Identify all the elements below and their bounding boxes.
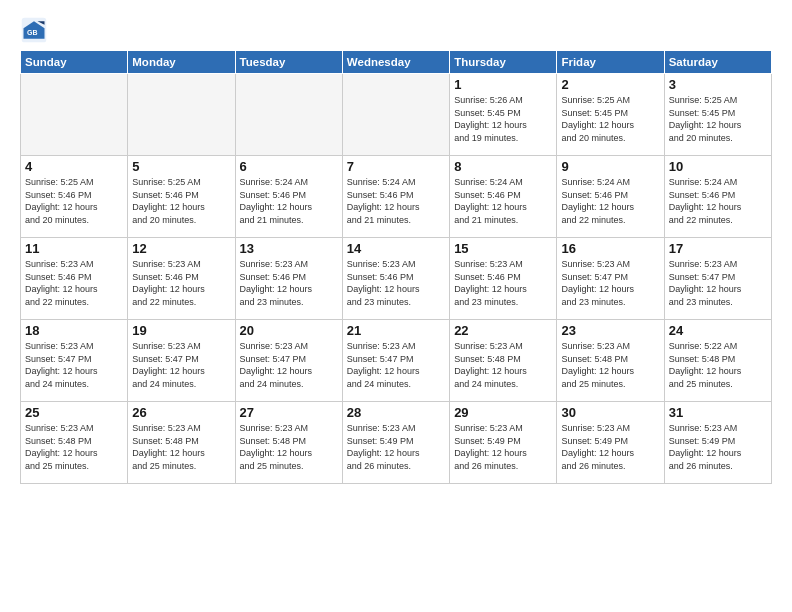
day-info: Sunrise: 5:25 AM Sunset: 5:45 PM Dayligh… <box>561 94 659 144</box>
calendar-week-5: 25Sunrise: 5:23 AM Sunset: 5:48 PM Dayli… <box>21 402 772 484</box>
day-info: Sunrise: 5:23 AM Sunset: 5:47 PM Dayligh… <box>561 258 659 308</box>
day-number: 16 <box>561 241 659 256</box>
calendar-cell: 27Sunrise: 5:23 AM Sunset: 5:48 PM Dayli… <box>235 402 342 484</box>
calendar-cell: 19Sunrise: 5:23 AM Sunset: 5:47 PM Dayli… <box>128 320 235 402</box>
weekday-header-friday: Friday <box>557 51 664 74</box>
day-info: Sunrise: 5:25 AM Sunset: 5:45 PM Dayligh… <box>669 94 767 144</box>
day-number: 8 <box>454 159 552 174</box>
day-info: Sunrise: 5:25 AM Sunset: 5:46 PM Dayligh… <box>132 176 230 226</box>
logo-icon: GB <box>20 16 48 44</box>
calendar-week-1: 1Sunrise: 5:26 AM Sunset: 5:45 PM Daylig… <box>21 74 772 156</box>
day-number: 11 <box>25 241 123 256</box>
day-number: 4 <box>25 159 123 174</box>
weekday-header-saturday: Saturday <box>664 51 771 74</box>
calendar-cell: 13Sunrise: 5:23 AM Sunset: 5:46 PM Dayli… <box>235 238 342 320</box>
day-number: 14 <box>347 241 445 256</box>
calendar-cell: 24Sunrise: 5:22 AM Sunset: 5:48 PM Dayli… <box>664 320 771 402</box>
calendar-cell <box>128 74 235 156</box>
day-info: Sunrise: 5:25 AM Sunset: 5:46 PM Dayligh… <box>25 176 123 226</box>
day-number: 25 <box>25 405 123 420</box>
day-number: 22 <box>454 323 552 338</box>
day-number: 20 <box>240 323 338 338</box>
calendar-cell: 3Sunrise: 5:25 AM Sunset: 5:45 PM Daylig… <box>664 74 771 156</box>
day-number: 2 <box>561 77 659 92</box>
calendar-week-2: 4Sunrise: 5:25 AM Sunset: 5:46 PM Daylig… <box>21 156 772 238</box>
day-info: Sunrise: 5:23 AM Sunset: 5:46 PM Dayligh… <box>132 258 230 308</box>
day-info: Sunrise: 5:23 AM Sunset: 5:47 PM Dayligh… <box>25 340 123 390</box>
calendar-week-4: 18Sunrise: 5:23 AM Sunset: 5:47 PM Dayli… <box>21 320 772 402</box>
day-number: 12 <box>132 241 230 256</box>
day-info: Sunrise: 5:24 AM Sunset: 5:46 PM Dayligh… <box>347 176 445 226</box>
day-info: Sunrise: 5:23 AM Sunset: 5:47 PM Dayligh… <box>240 340 338 390</box>
calendar-week-3: 11Sunrise: 5:23 AM Sunset: 5:46 PM Dayli… <box>21 238 772 320</box>
calendar-cell: 11Sunrise: 5:23 AM Sunset: 5:46 PM Dayli… <box>21 238 128 320</box>
day-number: 5 <box>132 159 230 174</box>
logo: GB <box>20 16 52 44</box>
day-number: 21 <box>347 323 445 338</box>
calendar-cell: 21Sunrise: 5:23 AM Sunset: 5:47 PM Dayli… <box>342 320 449 402</box>
calendar-cell: 4Sunrise: 5:25 AM Sunset: 5:46 PM Daylig… <box>21 156 128 238</box>
day-info: Sunrise: 5:26 AM Sunset: 5:45 PM Dayligh… <box>454 94 552 144</box>
day-info: Sunrise: 5:23 AM Sunset: 5:47 PM Dayligh… <box>347 340 445 390</box>
day-number: 30 <box>561 405 659 420</box>
calendar-cell: 22Sunrise: 5:23 AM Sunset: 5:48 PM Dayli… <box>450 320 557 402</box>
calendar-cell: 31Sunrise: 5:23 AM Sunset: 5:49 PM Dayli… <box>664 402 771 484</box>
calendar-cell: 26Sunrise: 5:23 AM Sunset: 5:48 PM Dayli… <box>128 402 235 484</box>
day-number: 31 <box>669 405 767 420</box>
header-row: SundayMondayTuesdayWednesdayThursdayFrid… <box>21 51 772 74</box>
day-info: Sunrise: 5:23 AM Sunset: 5:49 PM Dayligh… <box>454 422 552 472</box>
day-info: Sunrise: 5:23 AM Sunset: 5:46 PM Dayligh… <box>25 258 123 308</box>
day-info: Sunrise: 5:24 AM Sunset: 5:46 PM Dayligh… <box>240 176 338 226</box>
day-info: Sunrise: 5:23 AM Sunset: 5:49 PM Dayligh… <box>347 422 445 472</box>
day-number: 29 <box>454 405 552 420</box>
calendar-cell: 8Sunrise: 5:24 AM Sunset: 5:46 PM Daylig… <box>450 156 557 238</box>
calendar-cell: 15Sunrise: 5:23 AM Sunset: 5:46 PM Dayli… <box>450 238 557 320</box>
day-info: Sunrise: 5:24 AM Sunset: 5:46 PM Dayligh… <box>669 176 767 226</box>
weekday-header-sunday: Sunday <box>21 51 128 74</box>
calendar: SundayMondayTuesdayWednesdayThursdayFrid… <box>20 50 772 484</box>
day-number: 9 <box>561 159 659 174</box>
calendar-header: SundayMondayTuesdayWednesdayThursdayFrid… <box>21 51 772 74</box>
calendar-cell: 2Sunrise: 5:25 AM Sunset: 5:45 PM Daylig… <box>557 74 664 156</box>
day-info: Sunrise: 5:23 AM Sunset: 5:48 PM Dayligh… <box>561 340 659 390</box>
calendar-cell: 23Sunrise: 5:23 AM Sunset: 5:48 PM Dayli… <box>557 320 664 402</box>
day-number: 10 <box>669 159 767 174</box>
calendar-cell: 17Sunrise: 5:23 AM Sunset: 5:47 PM Dayli… <box>664 238 771 320</box>
calendar-cell: 25Sunrise: 5:23 AM Sunset: 5:48 PM Dayli… <box>21 402 128 484</box>
weekday-header-thursday: Thursday <box>450 51 557 74</box>
calendar-cell <box>342 74 449 156</box>
calendar-cell: 9Sunrise: 5:24 AM Sunset: 5:46 PM Daylig… <box>557 156 664 238</box>
calendar-cell: 1Sunrise: 5:26 AM Sunset: 5:45 PM Daylig… <box>450 74 557 156</box>
calendar-cell <box>235 74 342 156</box>
calendar-cell: 10Sunrise: 5:24 AM Sunset: 5:46 PM Dayli… <box>664 156 771 238</box>
day-info: Sunrise: 5:23 AM Sunset: 5:48 PM Dayligh… <box>454 340 552 390</box>
day-info: Sunrise: 5:23 AM Sunset: 5:46 PM Dayligh… <box>240 258 338 308</box>
page: GB SundayMondayTuesdayWednesdayThursdayF… <box>0 0 792 612</box>
day-number: 24 <box>669 323 767 338</box>
day-info: Sunrise: 5:23 AM Sunset: 5:48 PM Dayligh… <box>132 422 230 472</box>
weekday-header-wednesday: Wednesday <box>342 51 449 74</box>
day-number: 7 <box>347 159 445 174</box>
day-number: 19 <box>132 323 230 338</box>
calendar-cell: 6Sunrise: 5:24 AM Sunset: 5:46 PM Daylig… <box>235 156 342 238</box>
weekday-header-monday: Monday <box>128 51 235 74</box>
calendar-cell: 18Sunrise: 5:23 AM Sunset: 5:47 PM Dayli… <box>21 320 128 402</box>
calendar-body: 1Sunrise: 5:26 AM Sunset: 5:45 PM Daylig… <box>21 74 772 484</box>
day-number: 28 <box>347 405 445 420</box>
day-info: Sunrise: 5:22 AM Sunset: 5:48 PM Dayligh… <box>669 340 767 390</box>
day-number: 15 <box>454 241 552 256</box>
day-info: Sunrise: 5:23 AM Sunset: 5:48 PM Dayligh… <box>25 422 123 472</box>
day-number: 23 <box>561 323 659 338</box>
day-number: 26 <box>132 405 230 420</box>
calendar-cell: 16Sunrise: 5:23 AM Sunset: 5:47 PM Dayli… <box>557 238 664 320</box>
svg-text:GB: GB <box>27 29 38 36</box>
calendar-cell: 30Sunrise: 5:23 AM Sunset: 5:49 PM Dayli… <box>557 402 664 484</box>
calendar-cell: 29Sunrise: 5:23 AM Sunset: 5:49 PM Dayli… <box>450 402 557 484</box>
day-number: 13 <box>240 241 338 256</box>
calendar-cell: 5Sunrise: 5:25 AM Sunset: 5:46 PM Daylig… <box>128 156 235 238</box>
day-info: Sunrise: 5:24 AM Sunset: 5:46 PM Dayligh… <box>561 176 659 226</box>
day-info: Sunrise: 5:23 AM Sunset: 5:49 PM Dayligh… <box>561 422 659 472</box>
day-info: Sunrise: 5:23 AM Sunset: 5:47 PM Dayligh… <box>132 340 230 390</box>
day-number: 3 <box>669 77 767 92</box>
day-info: Sunrise: 5:23 AM Sunset: 5:46 PM Dayligh… <box>347 258 445 308</box>
